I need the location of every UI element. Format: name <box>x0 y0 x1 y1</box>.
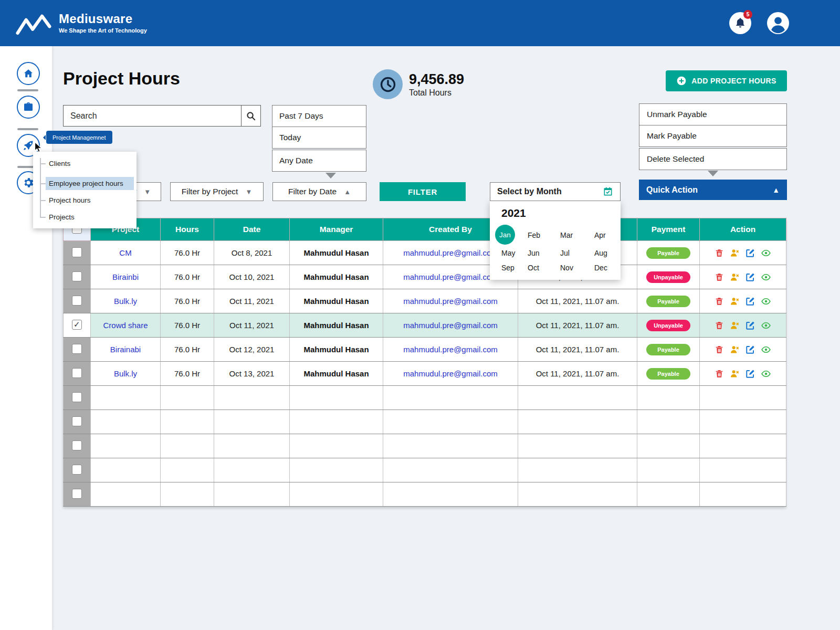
empty-cell <box>700 482 786 507</box>
view-icon[interactable] <box>761 297 771 306</box>
project-name-link[interactable]: Birainabi <box>91 338 161 362</box>
month-sep[interactable]: Sep <box>501 261 524 275</box>
view-icon[interactable] <box>761 248 771 258</box>
month-oct[interactable]: Oct <box>528 261 551 275</box>
payment-cell: Payable <box>637 289 700 313</box>
delete-icon[interactable] <box>715 321 724 330</box>
menu-item-clients[interactable]: Clients <box>46 157 134 170</box>
top-header-bar: Mediusware We Shape the Art of Technolog… <box>0 0 840 46</box>
empty-cell <box>518 386 637 410</box>
sidebar-nav <box>0 46 52 630</box>
edit-icon[interactable] <box>746 248 755 258</box>
month-apr[interactable]: Apr <box>594 228 617 242</box>
empty-table-row <box>64 458 786 482</box>
view-icon[interactable] <box>761 345 771 354</box>
table-row: Bulk.ly 76.0 Hr Oct 13, 2021 Mahmudul Ha… <box>64 362 786 386</box>
date-option-any-date[interactable]: Any Date <box>272 150 366 172</box>
row-checkbox[interactable] <box>72 440 82 450</box>
edit-icon[interactable] <box>746 345 755 354</box>
date-option-past-7-days[interactable]: Past 7 Days <box>272 105 366 127</box>
add-project-hours-button[interactable]: ADD PROJECT HOURS <box>666 70 787 91</box>
filter-button[interactable]: FILTER <box>380 182 466 201</box>
row-checkbox[interactable] <box>72 416 82 426</box>
row-checkbox[interactable] <box>72 296 82 306</box>
manager-name: Mahmudul Hasan <box>290 313 383 338</box>
created-by-email[interactable]: mahmudul.pre@gmail.com <box>383 362 518 386</box>
remove-user-icon[interactable] <box>730 369 740 379</box>
month-jan[interactable]: Jan <box>495 225 515 245</box>
empty-cell <box>290 410 383 434</box>
remove-user-icon[interactable] <box>730 345 740 354</box>
quick-action-button[interactable]: Quick Action <box>639 180 787 200</box>
delete-icon[interactable] <box>715 272 724 282</box>
remove-user-icon[interactable] <box>730 297 740 306</box>
row-select-cell <box>64 482 91 507</box>
row-checkbox[interactable] <box>72 320 82 330</box>
hours-value: 76.0 Hr <box>161 313 214 338</box>
quick-action-delete-selected[interactable]: Delete Selected <box>639 148 787 170</box>
empty-cell <box>91 410 161 434</box>
month-mar[interactable]: Mar <box>560 228 583 242</box>
remove-user-icon[interactable] <box>730 321 740 330</box>
filter-by-date-dropdown[interactable]: Filter by Date <box>272 182 366 201</box>
month-may[interactable]: May <box>501 246 524 260</box>
remove-user-icon[interactable] <box>730 272 740 282</box>
project-name-link[interactable]: Bulk.ly <box>91 289 161 313</box>
select-by-month-button[interactable]: Select by Month <box>490 182 621 201</box>
quick-action-mark-payable[interactable]: Mark Payable <box>639 125 787 147</box>
delete-icon[interactable] <box>715 369 724 379</box>
created-by-email[interactable]: mahmudul.pre@gmail.com <box>383 338 518 362</box>
sidebar-item-work[interactable] <box>17 96 40 119</box>
edit-icon[interactable] <box>746 369 755 379</box>
search-button[interactable] <box>241 106 260 126</box>
notifications-button[interactable]: 5 <box>729 12 751 34</box>
empty-cell <box>214 458 290 482</box>
edit-icon[interactable] <box>746 321 755 330</box>
delete-icon[interactable] <box>715 297 724 306</box>
project-name-link[interactable]: Crowd share <box>91 313 161 338</box>
remove-user-icon[interactable] <box>730 248 740 258</box>
date-option-today[interactable]: Today <box>272 127 366 149</box>
row-checkbox[interactable] <box>72 465 82 475</box>
search-input[interactable] <box>64 106 241 126</box>
project-name-link[interactable]: Bulk.ly <box>91 362 161 386</box>
delete-icon[interactable] <box>715 345 724 354</box>
edit-icon[interactable] <box>746 272 755 282</box>
edit-icon[interactable] <box>746 297 755 306</box>
row-select-cell <box>64 434 91 458</box>
view-icon[interactable] <box>761 321 771 330</box>
empty-cell <box>518 482 637 507</box>
row-checkbox[interactable] <box>72 247 82 257</box>
hours-value: 76.0 Hr <box>161 241 214 265</box>
month-picker-popup: 2021 Jan Feb Mar Apr May Jun Jul Aug Sep… <box>490 201 621 280</box>
menu-item-projects[interactable]: Projects <box>46 211 134 224</box>
filter-by-project-dropdown[interactable]: Filter by Project <box>170 182 264 201</box>
row-checkbox[interactable] <box>72 368 82 378</box>
created-by-email[interactable]: mahmudul.pre@gmail.com <box>383 289 518 313</box>
month-jun[interactable]: Jun <box>528 246 551 260</box>
row-checkbox[interactable] <box>72 271 82 281</box>
action-cell <box>700 313 786 338</box>
row-checkbox[interactable] <box>72 392 82 402</box>
view-icon[interactable] <box>761 369 771 379</box>
month-jul[interactable]: Jul <box>560 246 583 260</box>
account-button[interactable] <box>767 12 789 34</box>
project-name-link[interactable]: Birainbi <box>91 265 161 289</box>
empty-cell <box>383 410 518 434</box>
month-nov[interactable]: Nov <box>560 261 583 275</box>
created-by-email[interactable]: mahmudul.pre@gmail.com <box>383 313 518 338</box>
menu-item-project-hours[interactable]: Project hours <box>46 194 134 207</box>
menu-item-employee-project-hours[interactable]: Employee project hours <box>46 177 134 190</box>
row-checkbox[interactable] <box>72 344 82 354</box>
quick-action-unmark-payable[interactable]: Unmark Payable <box>639 103 787 125</box>
row-select-cell <box>64 386 91 410</box>
month-aug[interactable]: Aug <box>594 246 617 260</box>
row-checkbox[interactable] <box>72 489 82 499</box>
project-name-link[interactable]: CM <box>91 241 161 265</box>
empty-cell <box>383 386 518 410</box>
sidebar-item-home[interactable] <box>17 62 40 85</box>
delete-icon[interactable] <box>715 248 724 258</box>
month-dec[interactable]: Dec <box>594 261 617 275</box>
view-icon[interactable] <box>761 272 771 282</box>
month-feb[interactable]: Feb <box>528 228 551 242</box>
